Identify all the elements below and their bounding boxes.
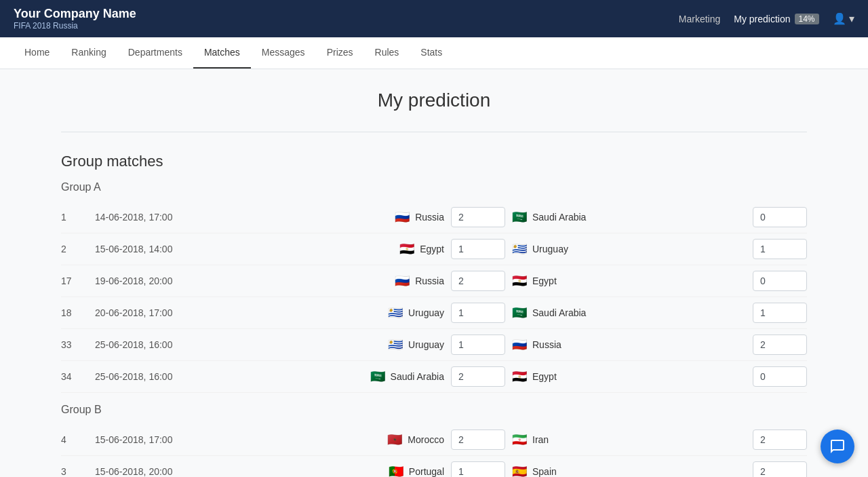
nav-item-stats[interactable]: Stats <box>410 37 453 69</box>
away-team-name: Egypt <box>532 371 557 382</box>
match-row: 4 15-06-2018, 17:00 🇲🇦 Morocco 🇮🇷 Iran <box>61 424 807 456</box>
team-away: 🇪🇬 Egypt <box>505 273 746 288</box>
home-flag: 🇲🇦 <box>387 432 402 447</box>
home-score-input[interactable] <box>451 239 505 259</box>
match-num: 34 <box>61 371 95 382</box>
away-score-input[interactable] <box>753 207 807 227</box>
team-home: 🇸🇦 Saudi Arabia <box>210 369 451 384</box>
away-score-input[interactable] <box>753 461 807 477</box>
nav-item-ranking[interactable]: Ranking <box>60 37 117 69</box>
match-date: 25-06-2018, 16:00 <box>95 339 210 350</box>
match-num: 17 <box>61 275 95 286</box>
home-score-input[interactable] <box>451 366 505 387</box>
home-score-input[interactable] <box>451 430 505 450</box>
away-score-input[interactable] <box>753 430 807 450</box>
match-date: 15-06-2018, 14:00 <box>95 244 210 254</box>
page-title: My prediction <box>61 90 807 111</box>
team-away: 🇮🇷 Iran <box>505 432 746 447</box>
section-title: Group matches <box>61 153 807 170</box>
home-score-input[interactable] <box>451 271 505 291</box>
home-team-name: Russia <box>415 212 444 223</box>
away-score-input[interactable] <box>753 239 807 259</box>
group-group-b: Group B 4 15-06-2018, 17:00 🇲🇦 Morocco 🇮… <box>61 404 807 477</box>
team-away: 🇺🇾 Uruguay <box>505 242 746 256</box>
divider <box>61 132 807 132</box>
nav-item-home[interactable]: Home <box>14 37 60 69</box>
away-team-name: Saudi Arabia <box>532 307 586 318</box>
home-team-name: Portugal <box>409 466 444 477</box>
team-home: 🇲🇦 Morocco <box>210 432 451 447</box>
team-away: 🇸🇦 Saudi Arabia <box>505 305 746 320</box>
match-row: 34 25-06-2018, 16:00 🇸🇦 Saudi Arabia 🇪🇬 … <box>61 361 807 393</box>
team-home: 🇷🇺 Russia <box>210 210 451 225</box>
team-home: 🇵🇹 Portugal <box>210 464 451 477</box>
home-score-input[interactable] <box>451 461 505 477</box>
top-header: Your Company Name FIFA 2018 Russia Marke… <box>0 0 868 37</box>
team-away: 🇷🇺 Russia <box>505 337 746 352</box>
match-date: 15-06-2018, 17:00 <box>95 434 210 445</box>
away-team-name: Egypt <box>532 275 557 286</box>
away-flag: 🇸🇦 <box>512 210 527 225</box>
away-team-name: Uruguay <box>532 244 568 254</box>
home-flag: 🇺🇾 <box>388 337 403 352</box>
away-score-input[interactable] <box>753 303 807 323</box>
match-num: 18 <box>61 307 95 318</box>
matches-section: Group matches Group A 1 14-06-2018, 17:0… <box>61 153 807 477</box>
prediction-pct: 14% <box>795 14 819 24</box>
home-score-input[interactable] <box>451 335 505 355</box>
home-flag: 🇺🇾 <box>388 305 403 320</box>
away-flag: 🇪🇬 <box>512 369 527 384</box>
away-team-name: Saudi Arabia <box>532 212 586 223</box>
home-team-name: Saudi Arabia <box>391 371 444 382</box>
away-flag: 🇪🇸 <box>512 464 527 477</box>
match-row: 17 19-06-2018, 20:00 🇷🇺 Russia 🇪🇬 Egypt <box>61 265 807 297</box>
match-date: 19-06-2018, 20:00 <box>95 275 210 286</box>
match-row: 18 20-06-2018, 17:00 🇺🇾 Uruguay 🇸🇦 Saudi… <box>61 297 807 329</box>
team-home: 🇺🇾 Uruguay <box>210 337 451 352</box>
away-flag: 🇸🇦 <box>512 305 527 320</box>
match-date: 25-06-2018, 16:00 <box>95 371 210 382</box>
team-home: 🇷🇺 Russia <box>210 273 451 288</box>
match-num: 3 <box>61 466 95 477</box>
marketing-link[interactable]: Marketing <box>679 14 720 24</box>
home-flag: 🇪🇬 <box>399 242 414 256</box>
my-prediction-badge[interactable]: My prediction 14% <box>734 14 818 24</box>
home-score-input[interactable] <box>451 207 505 227</box>
away-score-input[interactable] <box>753 366 807 387</box>
user-menu[interactable]: 👤 ▾ <box>833 12 854 25</box>
away-team-name: Iran <box>532 434 549 445</box>
nav-item-prizes[interactable]: Prizes <box>316 37 364 69</box>
team-home: 🇪🇬 Egypt <box>210 242 451 256</box>
team-home: 🇺🇾 Uruguay <box>210 305 451 320</box>
match-num: 4 <box>61 434 95 445</box>
home-score-input[interactable] <box>451 303 505 323</box>
match-num: 33 <box>61 339 95 350</box>
away-flag: 🇮🇷 <box>512 432 527 447</box>
nav-item-rules[interactable]: Rules <box>364 37 410 69</box>
home-flag: 🇷🇺 <box>395 210 410 225</box>
team-away: 🇪🇸 Spain <box>505 464 746 477</box>
home-team-name: Uruguay <box>408 307 444 318</box>
groups-container: Group A 1 14-06-2018, 17:00 🇷🇺 Russia 🇸🇦… <box>61 181 807 477</box>
nav-item-departments[interactable]: Departments <box>117 37 193 69</box>
brand-name: Your Company Name <box>14 7 136 21</box>
away-score-input[interactable] <box>753 335 807 355</box>
prediction-label: My prediction <box>734 14 790 24</box>
nav-item-messages[interactable]: Messages <box>251 37 316 69</box>
nav-item-matches[interactable]: Matches <box>193 37 251 69</box>
home-flag: 🇵🇹 <box>389 464 403 477</box>
away-flag: 🇷🇺 <box>512 337 527 352</box>
away-team-name: Spain <box>532 466 557 477</box>
home-flag: 🇸🇦 <box>370 369 385 384</box>
chat-button[interactable] <box>821 430 854 463</box>
away-score-input[interactable] <box>753 271 807 291</box>
nav-bar: Home Ranking Departments Matches Message… <box>0 37 868 69</box>
home-team-name: Uruguay <box>408 339 444 350</box>
home-team-name: Morocco <box>408 434 444 445</box>
brand-area: Your Company Name FIFA 2018 Russia <box>14 7 136 31</box>
group-title: Group B <box>61 404 807 416</box>
group-group-a: Group A 1 14-06-2018, 17:00 🇷🇺 Russia 🇸🇦… <box>61 181 807 393</box>
team-away: 🇪🇬 Egypt <box>505 369 746 384</box>
home-team-name: Russia <box>415 275 444 286</box>
away-flag: 🇪🇬 <box>512 273 527 288</box>
